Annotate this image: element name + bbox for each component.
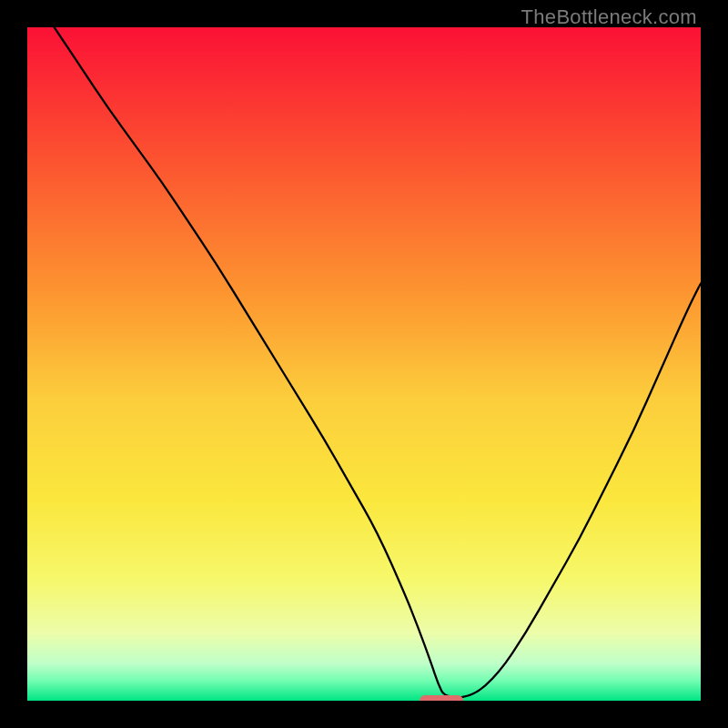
chart-frame: TheBottleneck.com <box>0 0 728 728</box>
bottleneck-chart <box>27 27 701 701</box>
gradient-background <box>27 27 701 701</box>
minimum-marker <box>420 695 463 701</box>
watermark-text: TheBottleneck.com <box>521 5 697 29</box>
plot-area <box>27 27 701 701</box>
